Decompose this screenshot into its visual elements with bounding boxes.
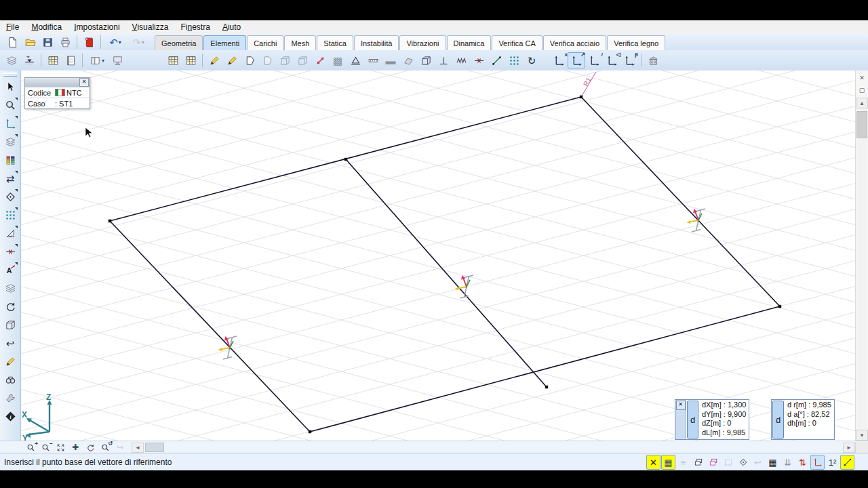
- menu-modifica[interactable]: Modifica: [25, 21, 68, 33]
- node-marker[interactable]: [344, 158, 347, 161]
- tab-verifica-acciaio[interactable]: Verifica acciaio: [543, 35, 606, 50]
- zoom-fit-button[interactable]: [53, 441, 68, 453]
- draw-bar-button[interactable]: [223, 52, 241, 68]
- scroll-left-arrow[interactable]: ◄: [132, 443, 144, 453]
- redo-button-dropdown-icon[interactable]: ▾: [142, 39, 144, 45]
- horizontal-scrollbar[interactable]: [164, 443, 843, 452]
- close-icon[interactable]: ✕: [79, 78, 89, 87]
- support-line-button[interactable]: [364, 52, 382, 68]
- info-tool[interactable]: [1, 407, 19, 425]
- report-notebook-button[interactable]: [62, 52, 79, 68]
- axis-x-button[interactable]: x: [550, 52, 568, 68]
- toolbar-grip[interactable]: [3, 73, 17, 77]
- tables-button[interactable]: [44, 52, 62, 68]
- code-case-panel-titlebar[interactable]: ✕: [25, 78, 90, 87]
- node-marker[interactable]: [778, 305, 781, 308]
- orbit-button[interactable]: [83, 441, 98, 453]
- rigid-link-button[interactable]: ⊥: [435, 52, 452, 68]
- menu-file[interactable]: File: [0, 21, 25, 33]
- tab-verifica-legno[interactable]: Verifica legno: [607, 35, 665, 50]
- node-marker[interactable]: [108, 220, 111, 222]
- support-node-button[interactable]: [347, 52, 364, 68]
- close-icon[interactable]: ✕: [676, 401, 686, 410]
- window-1-button[interactable]: [691, 455, 705, 470]
- ortho-toggle-button[interactable]: [840, 455, 854, 470]
- tab-dinamica[interactable]: Dinamica: [447, 35, 492, 50]
- panel-tab-d[interactable]: d: [772, 401, 784, 439]
- bar-draw-button[interactable]: [488, 52, 505, 68]
- zoom-out-button[interactable]: −: [38, 441, 53, 453]
- tab-instabilità[interactable]: Instabilità: [354, 35, 399, 50]
- rotate-axes-button[interactable]: ↻: [523, 52, 540, 68]
- frame-3d-button[interactable]: [417, 52, 435, 68]
- select-tool[interactable]: [1, 78, 19, 96]
- axis-beta-button[interactable]: β: [620, 52, 638, 68]
- path-tool[interactable]: ↩: [1, 334, 19, 352]
- slab-button[interactable]: ▬: [382, 52, 399, 68]
- beam-line[interactable]: [110, 221, 310, 432]
- model-viewport[interactable]: R1ZXY: [20, 70, 856, 441]
- vertical-scrollbar[interactable]: [856, 108, 867, 430]
- print-button[interactable]: [56, 34, 74, 50]
- documentation-book-button[interactable]: ▾: [85, 52, 108, 68]
- horizontal-scroll-thumb[interactable]: [145, 443, 164, 452]
- copy-view-tool[interactable]: [1, 133, 19, 150]
- dimension-text-tool[interactable]: [1, 261, 19, 279]
- tab-mesh[interactable]: Mesh: [284, 35, 316, 50]
- building-button[interactable]: [644, 52, 662, 68]
- legend-palette-tool[interactable]: [1, 151, 19, 169]
- menu-finestra[interactable]: Finestra: [174, 21, 216, 33]
- mesh-panel-button[interactable]: ▩: [329, 52, 347, 68]
- rotate-tool[interactable]: [1, 188, 19, 205]
- menu-impostazioni[interactable]: Impostazioni: [68, 21, 125, 33]
- tab-elementi[interactable]: Elementi: [203, 35, 246, 50]
- brush-tool[interactable]: [1, 352, 19, 370]
- close-view-button[interactable]: ✕: [856, 73, 867, 83]
- tab-statica[interactable]: Statica: [317, 35, 353, 50]
- translate-tool[interactable]: ⇄: [1, 169, 19, 187]
- scroll-up-arrow[interactable]: ▲: [856, 98, 868, 108]
- arrows-down-button[interactable]: ⇊: [781, 455, 795, 470]
- draw-contour-button[interactable]: [241, 52, 258, 68]
- profile-table-button[interactable]: [182, 52, 199, 68]
- undo-button-dropdown-icon[interactable]: ▾: [119, 39, 121, 45]
- draw-node-button[interactable]: [205, 52, 223, 68]
- menu-aiuto[interactable]: Aiuto: [216, 21, 247, 33]
- restore-view-button[interactable]: ▢: [856, 85, 867, 95]
- wall-button[interactable]: [399, 52, 417, 68]
- tab-verifica-ca[interactable]: Verifica CA: [492, 35, 542, 50]
- reference-vector-button[interactable]: [311, 52, 329, 68]
- edit-layers-tool[interactable]: [1, 279, 19, 297]
- pan-button[interactable]: ✚: [68, 441, 83, 453]
- scroll-right-arrow[interactable]: ►: [843, 443, 855, 453]
- view-axes-tool[interactable]: [1, 115, 19, 132]
- divide-tool[interactable]: [1, 243, 19, 260]
- node-marker[interactable]: [309, 430, 311, 433]
- vertical-scroll-thumb[interactable]: [856, 111, 867, 138]
- screen-capture-button[interactable]: [108, 52, 126, 68]
- tab-carichi[interactable]: Carichi: [247, 35, 283, 50]
- node-marker[interactable]: [545, 386, 548, 388]
- spring-button[interactable]: [452, 52, 470, 68]
- axis-flag-button[interactable]: ◁: [603, 52, 620, 68]
- node-mesh-button[interactable]: [505, 52, 523, 68]
- arrows-updown-button[interactable]: ⇅: [795, 455, 810, 470]
- grid-snap-button[interactable]: ▦: [661, 455, 675, 470]
- node-grid-tool[interactable]: [1, 206, 19, 224]
- axis-line-button[interactable]: /: [585, 52, 603, 68]
- documentation-book-button-dropdown-icon[interactable]: ▾: [102, 58, 104, 64]
- window-2-button[interactable]: [706, 455, 720, 470]
- new-file-button[interactable]: [3, 34, 21, 50]
- open-file-button[interactable]: [21, 34, 39, 50]
- panel-tab-d[interactable]: d: [687, 401, 698, 439]
- layers-button[interactable]: [3, 52, 20, 68]
- local-axes-toggle-button[interactable]: [810, 455, 825, 470]
- rotate-steps-tool[interactable]: [1, 298, 19, 315]
- numbering-button[interactable]: 1²: [825, 455, 840, 470]
- zoom-in-button[interactable]: +: [23, 441, 38, 453]
- tab-geometria[interactable]: Geometria: [155, 35, 203, 50]
- node-marker[interactable]: [580, 96, 583, 98]
- tab-vibrazioni[interactable]: Vibrazioni: [399, 35, 446, 50]
- preferences-wrench-tool[interactable]: [1, 389, 19, 407]
- snap-toggle-button[interactable]: ✕: [646, 455, 660, 470]
